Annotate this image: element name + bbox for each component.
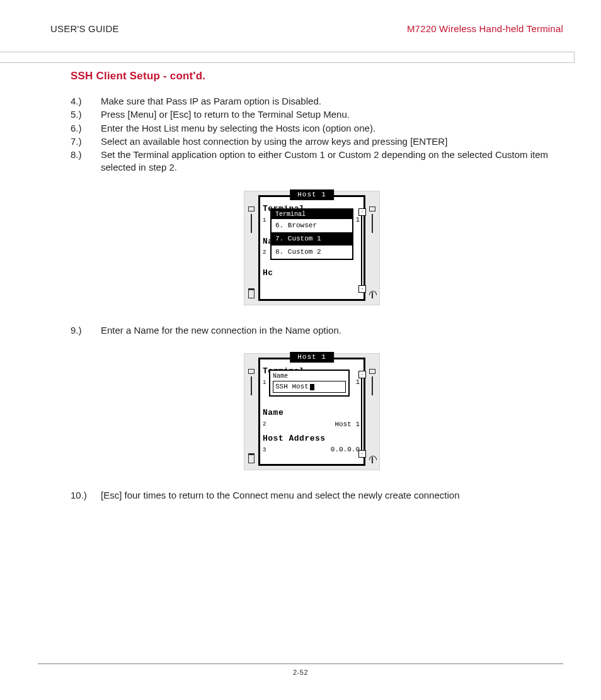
section-title: SSH Client Setup - cont'd. [71, 69, 553, 84]
battery-icon [248, 453, 255, 463]
header-left: USER'S GUIDE [50, 23, 119, 35]
fig2-popup-label: Name [272, 372, 347, 381]
steps-block-c: 10.)[Esc] four times to return to the Co… [71, 489, 553, 502]
battery-icon [248, 288, 255, 298]
scroll-down-icon[interactable]: - [358, 285, 366, 293]
fig2-popup: Name SSH Host [269, 370, 350, 397]
fig2-name-input[interactable]: SSH Host [273, 381, 346, 393]
signal-icon [369, 456, 375, 463]
step-text: Set the Terminal application option to e… [101, 149, 553, 174]
step-text: Make sure that Pass IP as Param option i… [101, 95, 553, 108]
step-text: Enter the Host List menu by selecting th… [101, 122, 553, 135]
steps-block-a: 4.)Make sure that Pass IP as Param optio… [71, 95, 553, 174]
step-text: Select an available host connection by u… [101, 135, 553, 148]
fig2-scrollbar[interactable]: - - [358, 371, 365, 458]
figure-2: Host 1 Terminal 11 Name SSH Host Name 2H… [244, 353, 380, 470]
step-text: Press [Menu] or [Esc] to return to the T… [101, 108, 553, 121]
fig2-field-name: Name [263, 407, 361, 419]
fig1-tab: Host 1 [290, 189, 334, 200]
scroll-down-icon[interactable]: - [358, 450, 366, 458]
step-number: 7.) [71, 135, 101, 148]
scroll-up-icon[interactable]: - [358, 208, 366, 216]
step-number: 10.) [71, 489, 101, 502]
fig1-scrollbar[interactable]: - - [358, 208, 365, 293]
fig2-tab: Host 1 [290, 352, 334, 363]
fig2-field-host-address: Host Address [263, 433, 361, 444]
fig1-option-custom2[interactable]: 8. Custom 2 [272, 246, 352, 259]
figure-1: Host 1 Terminal 11 Na 2 Hc Terminal 6. B… [244, 191, 380, 305]
signal-icon [369, 291, 375, 298]
header-right: M7220 Wireless Hand-held Terminal [407, 23, 563, 35]
step-number: 5.) [71, 108, 101, 121]
step-number: 9.) [71, 324, 101, 337]
fig1-left-indicators [248, 195, 255, 301]
fig1-popup-title: Terminal [272, 210, 352, 220]
step-number: 6.) [71, 122, 101, 135]
step-text: [Esc] four times to return to the Connec… [101, 489, 553, 502]
fig1-option-custom1[interactable]: 7. Custom 1 [272, 232, 352, 246]
fig1-field-host: Hc [263, 268, 361, 279]
fig1-right-indicators [369, 195, 375, 301]
page-number: 2-52 [38, 668, 563, 677]
page-footer: 2-52 [38, 663, 563, 677]
steps-block-b: 9.)Enter a Name for the new connection i… [71, 324, 553, 337]
step-text: Enter a Name for the new connection in t… [101, 324, 553, 337]
text-cursor-icon [310, 384, 314, 390]
fig2-right-indicators [369, 358, 375, 466]
scroll-up-icon[interactable]: - [358, 371, 366, 378]
step-number: 8.) [71, 149, 101, 174]
fig1-option-browser[interactable]: 6. Browser [272, 219, 352, 232]
fig2-left-indicators [248, 358, 255, 466]
header-rule [0, 52, 575, 63]
step-number: 4.) [71, 95, 101, 108]
fig1-popup: Terminal 6. Browser 7. Custom 1 8. Custo… [270, 208, 353, 260]
